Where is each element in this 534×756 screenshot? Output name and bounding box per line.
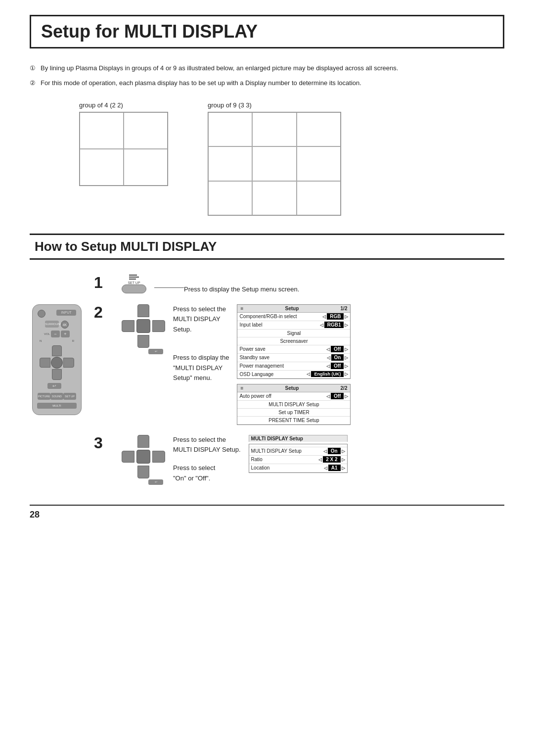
surround-button[interactable]: SURROUND [45,321,59,328]
osd3-row-1: Ratio 2 X 2 [249,456,347,464]
section-heading: How to Setup MULTI DISPLAY [30,234,504,260]
osd1-powermgmt-value: Off [309,363,348,369]
r-label: R [72,339,74,342]
osd1-lang-arrowr [345,372,348,377]
osd1-power-save-row: Power save Off [237,345,350,354]
main-title: Setup for MULTI DISPLAY [30,15,504,48]
intro-item-1: ① By lining up Plasma Displays in groups… [30,63,504,73]
osd-title-bar-2: ≡ Setup 2/2 [237,384,350,392]
step2-dpad-left[interactable] [122,320,134,332]
grid-cell [208,112,252,146]
osd1-lang-arrowl [307,372,310,377]
grid-cell [124,149,168,186]
osd3-header: MULTI DISPLAY Setup [249,435,348,442]
step-1-num: 1 [94,275,112,290]
osd2-title: Setup [285,385,299,391]
osd3-row-2-label: Location [251,465,306,471]
grid-cell [297,112,341,146]
dpad-down[interactable] [52,369,62,380]
grid-cell [80,112,124,149]
dpad-left[interactable] [40,358,50,368]
osd3-row-2-value: A1 [306,465,345,471]
step3-dpad-left[interactable] [122,451,134,463]
osd2-row-0-value: Off [309,393,348,399]
4k-button[interactable]: 4K [61,321,69,329]
osd3-r0-arrowr [342,449,345,454]
osd1-ps-arrowl [326,347,330,352]
step-1-desc: Press to display the Setup menu screen. [184,282,299,294]
step2-return-btn[interactable]: ↩ [148,349,163,354]
osd2-apo-arrowl [326,394,330,399]
picture-button[interactable]: PICTURE [38,393,50,400]
sound-button[interactable]: SOUND [50,393,63,400]
setup-line-1 [129,275,137,276]
vol-label: VOL [44,332,50,335]
step2-desc1: Press to select the MULTI DISPLAY Setup. [173,304,229,335]
step2-dpad-center[interactable] [136,319,150,333]
step2-desc2: Press to display the "MULTI DISPLAY Setu… [173,353,229,383]
osd2-apo-arrowr [345,394,348,399]
osd3-r2-arrowl [324,466,327,471]
dpad-center[interactable] [51,357,63,369]
osd1-powermgmt-row: Power management Off [237,362,350,371]
osd1-row-1-label: Input label [239,322,309,328]
step3-dpad-up[interactable] [137,435,149,448]
setup-oval-button[interactable] [122,284,146,293]
osd1-lang-val: English (UK) [311,371,344,377]
setup-button-remote[interactable]: SET UP [63,393,76,400]
vol-minus[interactable]: − [51,331,60,337]
osd1-icon: ≡ [240,306,243,311]
osd3-r0-arrowl [323,449,327,454]
osd1-ps-arrowr [345,347,348,352]
grid-cell [80,149,124,186]
step2-dpad-up[interactable] [137,304,149,317]
step2-dpad-down[interactable] [137,335,149,348]
osd3-row-1-label: Ratio [251,457,306,462]
step-3-num: 3 [94,435,112,451]
osd3-r1-arrowl [318,457,322,462]
osd1-signal-row: Signal [237,330,350,337]
osd1-pm-arrowl [326,364,330,369]
osd1-standby-value: On [309,354,348,361]
dpad-right[interactable] [63,358,74,368]
osd1-screensaver-row: Screensaver [237,337,350,345]
step3-dpad-right[interactable] [152,451,165,463]
n-label: N [40,339,42,342]
step-1-row: 1 SET UP Press to display the Setup m [94,275,504,294]
dpad-up[interactable] [52,345,62,356]
osd3-r2-val: A1 [328,465,341,471]
input-button[interactable]: INPUT [56,310,76,316]
osd-screen-2: ≡ Setup 2/2 Auto power off Off [237,384,351,425]
osd2-timer-row: Set up TIMER [237,409,350,417]
diagram-group-2: group of 9 (3 3) [208,101,341,216]
vol-plus[interactable]: + [61,331,70,337]
step3-return-btn[interactable]: ↩ [148,479,163,485]
step2-dpad-right[interactable] [152,320,165,332]
osd1-title: Setup [285,306,299,311]
step3-dpad-down[interactable] [137,466,149,478]
osd-screen-1: ≡ Setup 1/2 Component/RGB-in select RGB [237,304,351,379]
osd1-standby-arrowl [327,355,330,360]
osd1-pm-val: Off [331,363,344,369]
osd1-power-save-value: Off [309,346,348,352]
osd1-row-0-label: Component/RGB-in select [239,314,309,319]
osd3-r2-arrowr [342,466,345,471]
step-2-num: 2 [94,304,112,320]
osd1-pm-arrowr [345,364,348,369]
osd1-lang-label: OSD Language [239,372,307,377]
remote-top-row: INPUT [36,309,78,319]
step3-dpad-center[interactable] [136,450,150,464]
diagram-2x2 [79,112,168,186]
osd3-row-2: Location A1 [249,464,347,472]
connector-line [154,287,184,288]
osd1-standby-val: On [331,354,344,361]
return-button[interactable]: ↩ [47,383,61,389]
page: Setup for MULTI DISPLAY ① By lining up P… [0,0,534,756]
grid-cell [208,181,252,215]
grid-cell [252,146,296,181]
multi-button[interactable]: MULTI [37,403,77,409]
osd1-ps-val: Off [331,346,344,352]
osd1-page: 1/2 [341,306,348,311]
osd-screen-3: MULTI DISPLAY Setup On Ratio [249,444,348,473]
power-button[interactable] [38,310,45,318]
